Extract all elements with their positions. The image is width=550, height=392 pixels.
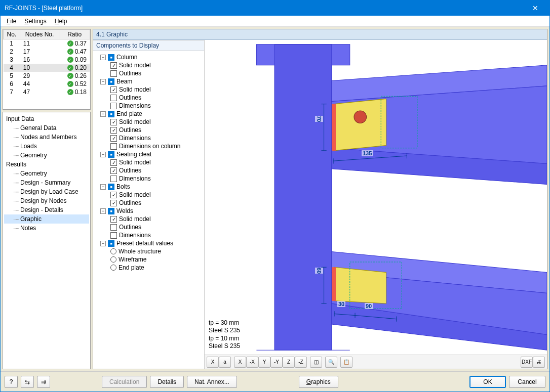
tree-toggle-icon[interactable]: − [100,241,106,246]
menu-help[interactable]: Help [51,17,71,26]
calculation-button[interactable]: Calculation [102,376,147,388]
main-panel: 4.1 Graphic Components to Display −Colum… [93,29,547,369]
tree-checkbox[interactable] [110,95,117,101]
tree-radio[interactable] [110,265,116,271]
tree-checkbox[interactable] [108,208,114,214]
tree-checkbox[interactable] [110,135,117,142]
table-row[interactable]: 410✓0.20 [4,64,90,72]
vp-right-btn[interactable]: DXF [521,357,533,368]
tree-checkbox[interactable] [110,127,117,134]
tree-label: Outlines [119,199,141,206]
tree-toggle-icon[interactable]: − [100,111,106,117]
tree-checkbox[interactable] [108,151,114,158]
components-tree[interactable]: −ColumnSolid modelOutlines−BeamSolid mod… [93,51,204,369]
nav-item[interactable]: Graphic [4,214,89,224]
tree-radio[interactable] [110,256,116,263]
table-row[interactable]: 644✓0.52 [4,80,90,88]
vp-left-btn[interactable]: Z [283,357,295,368]
nodes-table[interactable]: No. Nodes No. Ratio 111✓0.37217✓0.47316✓… [3,29,90,96]
tree-checkbox[interactable] [110,176,117,182]
nav-item[interactable]: Design - Details [4,205,89,214]
tree-toggle-icon[interactable]: − [100,55,106,60]
tree-checkbox[interactable] [110,192,117,198]
close-icon[interactable]: ✕ [525,4,545,12]
tree-checkbox[interactable] [108,240,114,247]
nav-item[interactable]: Geometry [4,169,89,178]
nat-annex-button[interactable]: Nat. Annex... [187,376,237,388]
table-row[interactable]: 111✓0.37 [4,39,90,48]
table-row[interactable]: 529✓0.26 [4,72,90,80]
tree-label: Wireframe [119,256,146,263]
vp-left-btn[interactable]: a [219,357,231,368]
vp-left-btn[interactable]: 📋 [340,357,352,368]
tree-checkbox[interactable] [110,86,117,93]
tree-checkbox[interactable] [110,200,117,206]
tree-checkbox[interactable] [108,78,114,85]
nav-item[interactable]: Design by Load Case [4,187,89,196]
col-no[interactable]: No. [4,30,20,39]
menu-settings[interactable]: Settings [20,17,50,26]
vp-left-btn[interactable]: Y [258,357,270,368]
nav-item[interactable]: Loads [4,142,89,151]
dim-bot-h2: 90 [365,303,373,309]
vp-left-btn[interactable]: X [207,357,219,368]
tree-label: Outlines [119,126,141,134]
next-button[interactable]: ⇉ [37,376,50,388]
tree-checkbox[interactable] [110,119,117,125]
vp-left-btn[interactable]: -Z [295,357,307,368]
table-row[interactable]: 217✓0.47 [4,48,90,56]
tree-checkbox[interactable] [110,232,117,239]
tree-label: Solid model [119,62,151,69]
tree-checkbox[interactable] [110,216,117,223]
table-row[interactable]: 316✓0.09 [4,56,90,64]
3d-viewport[interactable]: 70 135 60 30 90 tp = 30 mm Steel S 235 t… [205,40,547,355]
col-nodes[interactable]: Nodes No. [20,30,59,39]
help-button[interactable]: ? [5,376,18,388]
dim-top-v: 70 [315,116,323,122]
vp-left-btn[interactable]: 🔍 [325,357,337,368]
viewport-toolbar: XaX-XY-YZ-Z◫🔍📋 DXF🖨 [205,355,547,369]
tree-checkbox[interactable] [110,70,117,77]
check-icon: ✓ [67,65,73,71]
tree-toggle-icon[interactable]: − [100,208,106,214]
tree-label: Solid model [119,159,151,166]
details-button[interactable]: Details [150,376,184,388]
tree-checkbox[interactable] [110,62,117,69]
tree-checkbox[interactable] [108,184,114,190]
vp-right-btn[interactable]: 🖨 [533,357,545,368]
tree-checkbox[interactable] [108,111,114,117]
tree-label: Dimensions on column [119,143,180,150]
tree-checkbox[interactable] [110,143,117,150]
vp-left-btn[interactable]: -Y [270,357,283,368]
prev-button[interactable]: ⇆ [21,376,34,388]
nav-item[interactable]: General Data [4,123,89,133]
vp-left-btn[interactable]: X [234,357,246,368]
nodes-table-panel: No. Nodes No. Ratio 111✓0.37217✓0.47316✓… [3,29,91,110]
cancel-button[interactable]: Cancel [509,376,545,388]
ok-button[interactable]: OK [469,376,506,388]
tree-checkbox[interactable] [110,159,117,166]
tree-checkbox[interactable] [110,167,117,174]
tree-toggle-icon[interactable]: − [100,184,106,190]
tree-toggle-icon[interactable]: − [100,79,106,84]
tree-checkbox[interactable] [110,224,117,231]
menu-file[interactable]: File [3,17,20,26]
tree-label: Dimensions [119,102,151,109]
check-icon: ✓ [67,57,73,63]
graphics-button[interactable]: Graphics [299,376,338,388]
table-row[interactable]: 747✓0.18 [4,88,90,96]
tree-checkbox[interactable] [108,54,114,61]
navigator-panel: Input Data General DataNodes and Members… [3,112,91,369]
svg-rect-1 [274,45,332,350]
col-ratio[interactable]: Ratio [59,30,90,39]
nav-item[interactable]: Notes [4,224,89,233]
nav-item[interactable]: Nodes and Members [4,133,89,142]
vp-left-btn[interactable]: -X [246,357,258,368]
tree-radio[interactable] [110,248,116,254]
tree-checkbox[interactable] [110,103,117,109]
nav-item[interactable]: Geometry [4,151,89,160]
nav-item[interactable]: Design - Summary [4,178,89,187]
tree-toggle-icon[interactable]: − [100,152,106,157]
vp-left-btn[interactable]: ◫ [310,357,322,368]
nav-item[interactable]: Design by Nodes [4,196,89,205]
